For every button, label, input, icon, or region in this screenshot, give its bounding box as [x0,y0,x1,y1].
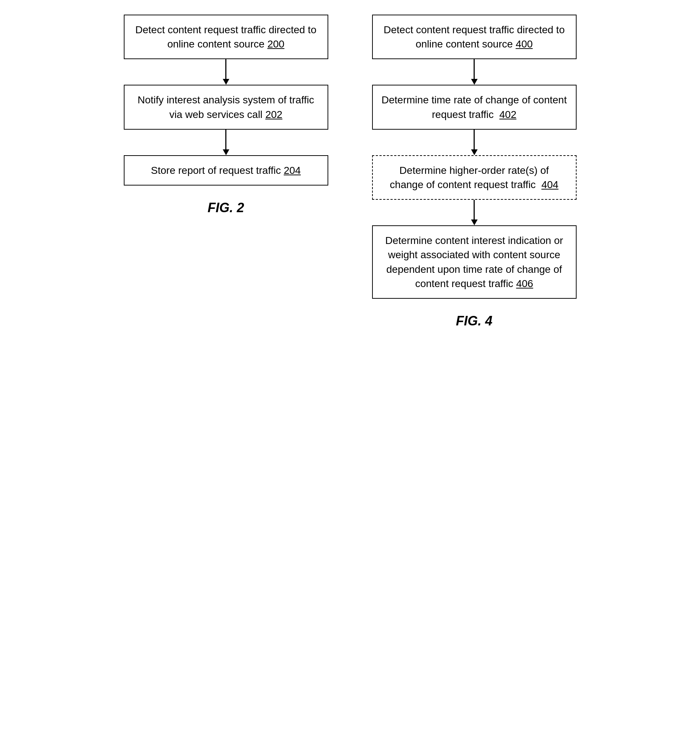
fig4-label: FIG. 4 [456,313,492,329]
box-204: Store report of request traffic 204 [124,155,328,185]
box-202-number: 202 [265,109,282,120]
box-404: Determine higher-order rate(s) of change… [372,155,576,200]
box-402: Determine time rate of change of content… [372,85,576,129]
arrow-head [471,219,478,225]
arrow-line [474,200,475,219]
arrow-line [474,129,475,149]
fig4-diagram: Detect content request traffic directed … [372,15,576,329]
box-402-number: 402 [499,109,516,120]
box-200-number: 200 [267,38,284,50]
arrow-200-202 [223,59,229,85]
box-200: Detect content request traffic directed … [124,15,328,59]
box-400: Detect content request traffic directed … [372,15,576,59]
arrow-head [471,149,478,155]
box-400-number: 400 [516,38,533,50]
arrow-202-204 [223,129,229,155]
arrow-402-404 [471,129,478,155]
box-202: Notify interest analysis system of traff… [124,85,328,129]
box-204-number: 204 [284,165,301,176]
box-404-number: 404 [541,179,559,190]
fig2-diagram: Detect content request traffic directed … [124,15,328,215]
arrow-line [225,129,226,149]
box-406: Determine content interest indication or… [372,225,576,299]
box-406-number: 406 [516,278,533,289]
page: Detect content request traffic directed … [22,15,679,329]
arrow-head [471,79,478,85]
arrow-head [223,79,229,85]
arrow-404-406 [471,200,478,225]
arrow-line [474,59,475,79]
arrow-head [223,149,229,155]
arrow-line [225,59,226,79]
arrow-400-402 [471,59,478,85]
fig2-label: FIG. 2 [207,200,244,215]
